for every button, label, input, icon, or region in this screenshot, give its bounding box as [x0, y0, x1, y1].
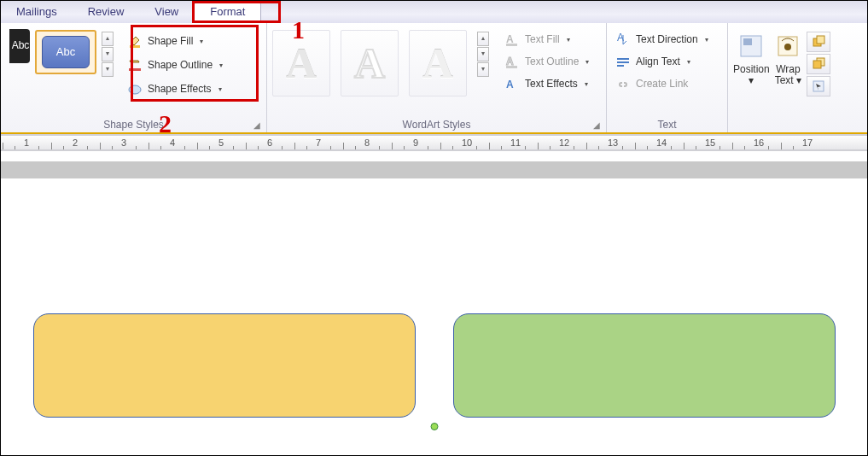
- svg-rect-6: [506, 66, 517, 68]
- svg-text:A: A: [506, 33, 514, 45]
- ruler-number: 12: [559, 137, 569, 148]
- wordart-sample: A: [354, 40, 385, 87]
- group-launcher-icon[interactable]: ◢: [591, 119, 603, 131]
- shape-effects-button[interactable]: Shape Effects ▾: [124, 79, 226, 100]
- create-link-button[interactable]: Create Link: [612, 74, 712, 95]
- doc-margin-area: [1, 161, 867, 178]
- gallery-down-icon[interactable]: ▾: [477, 47, 489, 61]
- wordart-sample: A: [286, 40, 317, 87]
- dropdown-icon: ▾: [585, 59, 589, 67]
- shape-style-dark[interactable]: Abc: [9, 29, 30, 63]
- text-fill-icon: A: [504, 32, 520, 48]
- gallery-more-icon[interactable]: ▾: [102, 62, 114, 77]
- group-label-shape-styles: Shape Styles: [1, 120, 266, 131]
- text-fill-label: Text Fill: [525, 34, 560, 45]
- text-effects-button[interactable]: A Text Effects ▾: [501, 74, 592, 95]
- align-text-label: Align Text: [636, 56, 680, 67]
- shape-style-item-selected[interactable]: Abc: [35, 30, 96, 74]
- ruler-number: 11: [510, 137, 521, 148]
- shape-fill-button[interactable]: Shape Fill ▾: [124, 32, 226, 52]
- svg-text:A: A: [506, 56, 514, 67]
- tab-format[interactable]: Format: [194, 2, 261, 23]
- gallery-up-icon[interactable]: ▴: [477, 32, 489, 46]
- svg-rect-9: [617, 58, 629, 60]
- svg-rect-11: [617, 65, 624, 67]
- rotate-handle-icon[interactable]: [430, 423, 438, 430]
- dropdown-icon: ▾: [705, 37, 708, 44]
- create-link-label: Create Link: [636, 79, 688, 90]
- dropdown-icon: ▾: [687, 59, 690, 67]
- dropdown-icon: ▾: [200, 38, 203, 46]
- ruler-number: 14: [656, 137, 667, 148]
- group-shape-styles: Abc Abc ▴ ▾ ▾ Shape Fill ▾: [1, 23, 267, 132]
- text-fill-button[interactable]: A Text Fill ▾: [501, 30, 592, 50]
- dropdown-icon: ▾: [218, 86, 222, 94]
- ruler-number: 4: [170, 137, 175, 148]
- ribbon-tabstrip: Mailings Review View Format: [1, 1, 867, 23]
- gallery-more-icon[interactable]: ▾: [477, 62, 489, 77]
- wrap-text-icon: [773, 32, 802, 61]
- shape-style-gallery[interactable]: Abc Abc ▴ ▾ ▾: [6, 26, 114, 77]
- group-text: A Text Direction ▾ Align Text ▾ Create L…: [607, 23, 728, 132]
- group-arrange: Position▾ Wrap Text ▾: [728, 23, 836, 132]
- position-label: Position: [733, 63, 770, 75]
- svg-text:A: A: [506, 79, 514, 91]
- dropdown-icon: ▾: [749, 74, 754, 86]
- bring-forward-button[interactable]: [807, 32, 830, 52]
- link-icon: [615, 77, 631, 92]
- rounded-rectangle-green[interactable]: [453, 313, 836, 418]
- align-text-button[interactable]: Align Text ▾: [612, 52, 712, 73]
- ribbon: Abc Abc ▴ ▾ ▾ Shape Fill ▾: [1, 23, 867, 134]
- tab-review[interactable]: Review: [73, 2, 140, 23]
- svg-rect-13: [743, 38, 752, 45]
- selection-pane-button[interactable]: [807, 76, 830, 96]
- wordart-sample: A: [422, 40, 453, 87]
- gallery-scroll: ▴ ▾ ▾: [102, 32, 114, 77]
- wordart-style-3[interactable]: A: [409, 30, 467, 96]
- position-button[interactable]: Position▾: [733, 26, 770, 86]
- gallery-down-icon[interactable]: ▾: [102, 47, 114, 61]
- gallery-up-icon[interactable]: ▴: [102, 32, 114, 46]
- paint-bucket-icon: [127, 34, 143, 50]
- send-backward-button[interactable]: [807, 54, 830, 74]
- align-text-icon: [615, 55, 631, 70]
- wordart-gallery[interactable]: A A A ▴ ▾ ▾: [272, 26, 489, 96]
- group-wordart-styles: A A A ▴ ▾ ▾ A Text Fill ▾ A Text Outlin: [267, 23, 607, 132]
- svg-rect-17: [817, 36, 824, 44]
- shape-commands: Shape Fill ▾ Shape Outline ▾ Shape Effec…: [115, 28, 231, 103]
- text-direction-button[interactable]: A Text Direction ▾: [612, 30, 712, 50]
- document-canvas[interactable]: [1, 178, 867, 456]
- text-group-commands: A Text Direction ▾ Align Text ▾ Create L…: [612, 26, 712, 95]
- shape-fill-label: Shape Fill: [148, 36, 193, 47]
- text-direction-icon: A: [615, 32, 631, 48]
- ruler-number: 2: [73, 137, 78, 148]
- wordart-style-2[interactable]: A: [341, 30, 399, 96]
- text-effects-icon: A: [504, 77, 520, 92]
- text-direction-label: Text Direction: [636, 34, 698, 45]
- ruler-number: 3: [121, 137, 126, 148]
- ruler-number: 5: [218, 137, 224, 148]
- shape-outline-button[interactable]: Shape Outline ▾: [124, 56, 226, 76]
- svg-rect-19: [813, 61, 821, 68]
- group-label-text: Text: [607, 120, 727, 131]
- rounded-rectangle-yellow[interactable]: [33, 313, 416, 418]
- pencil-outline-icon: [127, 58, 143, 73]
- ruler-number: 6: [267, 137, 272, 148]
- group-launcher-icon[interactable]: ◢: [251, 119, 263, 131]
- svg-rect-0: [130, 45, 140, 48]
- svg-rect-10: [617, 61, 629, 63]
- tab-mailings[interactable]: Mailings: [1, 2, 73, 23]
- svg-rect-4: [506, 44, 517, 46]
- text-outline-button[interactable]: A Text Outline ▾: [501, 52, 592, 73]
- text-effects-label: Text Effects: [525, 79, 578, 90]
- wordart-commands: A Text Fill ▾ A Text Outline ▾ A Text Ef…: [491, 26, 596, 95]
- ruler-number: 15: [705, 137, 715, 148]
- annotation-number-1: 1: [292, 15, 305, 44]
- tab-view[interactable]: View: [139, 2, 194, 23]
- text-outline-label: Text Outline: [525, 56, 579, 67]
- horizontal-ruler[interactable]: 1234567891011121314151617: [1, 134, 867, 151]
- wordart-gallery-scroll: ▴ ▾ ▾: [477, 32, 489, 77]
- wrap-text-button[interactable]: Wrap Text ▾: [772, 26, 805, 86]
- svg-rect-1: [129, 68, 141, 71]
- ruler-number: 7: [316, 137, 321, 148]
